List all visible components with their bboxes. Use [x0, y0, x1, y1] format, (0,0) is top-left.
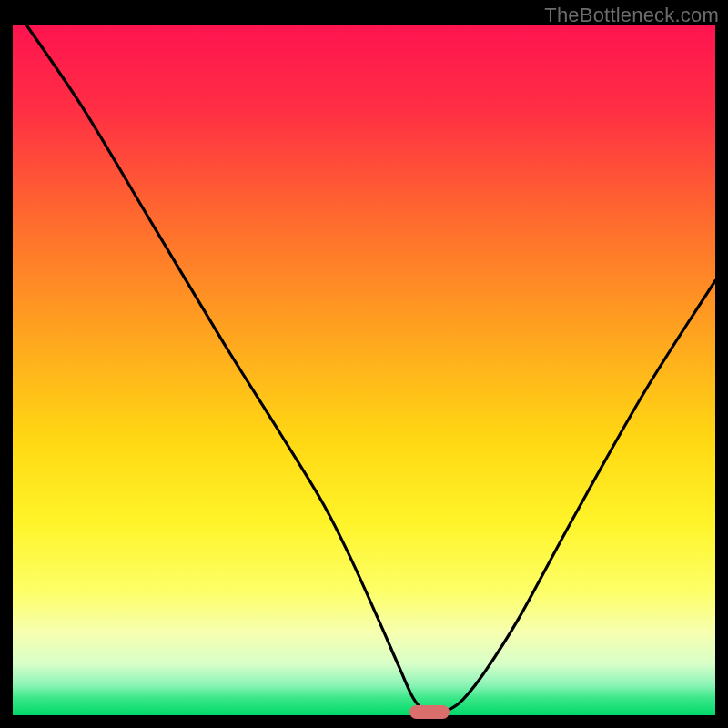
chart-frame: TheBottleneck.com: [0, 0, 728, 728]
gradient-background: [13, 25, 715, 715]
plot-area: [13, 25, 715, 715]
optimal-marker: [410, 705, 450, 719]
watermark-text: TheBottleneck.com: [544, 4, 719, 27]
chart-svg: [13, 25, 715, 715]
